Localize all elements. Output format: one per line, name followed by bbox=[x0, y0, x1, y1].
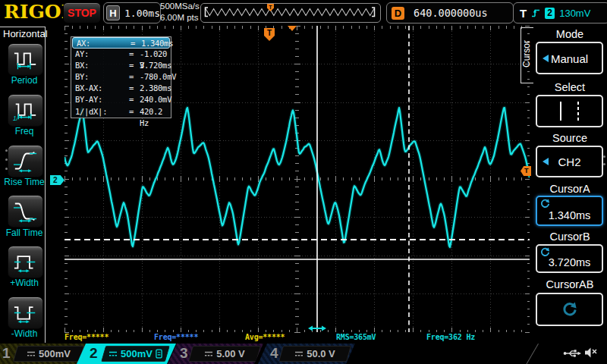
cursor-a-value: 1.340ms bbox=[537, 209, 602, 221]
period-icon bbox=[11, 48, 39, 71]
readout-value: 2.380ms bbox=[140, 83, 171, 94]
channel-1-numeral: 1 bbox=[2, 345, 11, 362]
cursor-menu-tab-label: Cursor bbox=[521, 36, 532, 71]
readout-value: -780.0mV bbox=[140, 71, 176, 83]
channel-1-scale: 500mV bbox=[39, 348, 71, 359]
trigger-level-value: 130mV bbox=[559, 8, 590, 19]
rising-edge-icon bbox=[531, 7, 540, 19]
readout-label: AY: bbox=[75, 49, 89, 60]
rise-time-icon bbox=[11, 149, 39, 173]
waveform-preview-bar: T bbox=[200, 3, 381, 23]
record-preview-wave: T bbox=[201, 4, 379, 20]
channel-2-block[interactable]: 2 500mV bbox=[77, 344, 177, 364]
readout-label: BX-AX: bbox=[75, 83, 102, 94]
readout-eq: = bbox=[129, 49, 134, 60]
plus-width-icon bbox=[11, 250, 39, 274]
readout-row-by: BY: = -780.0mV bbox=[71, 71, 171, 83]
channel-2-scale-chip: 500mV bbox=[101, 346, 170, 362]
softkey-freq[interactable]: 1/ bbox=[8, 94, 43, 127]
readout-row-ax: AX: = 1.340ms bbox=[72, 37, 170, 49]
readout-label: BX: bbox=[75, 60, 89, 71]
svg-text:T: T bbox=[269, 5, 272, 10]
readout-eq: = bbox=[131, 38, 135, 49]
select-label: Select bbox=[536, 81, 604, 93]
trigger-source-chip: 2 bbox=[545, 8, 555, 19]
usb-icon bbox=[563, 348, 581, 359]
softkey-rise-time-label: Rise Time bbox=[0, 177, 49, 187]
speaker-muted-icon bbox=[584, 347, 598, 359]
cursor-readout-box: AX: = 1.340ms AY: = -1.020 V BX: = 3.720… bbox=[71, 36, 171, 118]
dc-coupling-icon bbox=[27, 350, 36, 357]
channel-status-bar: 1 500mV 2 500mV bbox=[0, 344, 607, 364]
measurement-freq-2: Freq=***** bbox=[154, 333, 198, 341]
channel-3-numeral: 3 bbox=[180, 345, 188, 362]
mode-softkey[interactable]: Manual bbox=[536, 42, 603, 74]
cursor-a-softkey[interactable]: 1.340ms bbox=[536, 196, 603, 226]
readout-eq: = bbox=[129, 94, 134, 105]
svg-text:T: T bbox=[267, 29, 272, 37]
source-label: Source bbox=[536, 132, 604, 144]
readout-eq: = bbox=[129, 60, 134, 71]
softkey-fall-time-label: Fall Time bbox=[0, 228, 49, 238]
readout-value: 240.0mV bbox=[140, 94, 171, 105]
readout-label: BY: bbox=[75, 71, 89, 83]
channel-1-scale-chip: 500mV bbox=[13, 346, 84, 362]
freq-icon: 1/ bbox=[11, 99, 39, 122]
softkey-minus-width[interactable] bbox=[8, 297, 43, 329]
horizontal-scale-readout: H 1.00ms bbox=[103, 2, 161, 24]
fall-time-icon bbox=[11, 199, 39, 223]
channel2-ground-marker[interactable]: 2 bbox=[50, 175, 64, 185]
select-softkey[interactable] bbox=[536, 95, 603, 127]
readout-row-invdx: 1/|dX|: = 420.2 Hz bbox=[71, 106, 171, 118]
readout-value: 420.2 Hz bbox=[140, 106, 171, 129]
softkey-plus-width-label: +Width bbox=[0, 278, 49, 288]
channel-4-numeral: 4 bbox=[270, 345, 278, 362]
oscilloscope-screen: RIGOL STOP H 1.00ms 500MSa/s 6.00M pts T… bbox=[0, 0, 607, 364]
sample-rate: 500MSa/s bbox=[160, 1, 200, 12]
measurement-rms: RMS=365mV bbox=[336, 333, 376, 341]
measurement-freq-ch1: Freq=***** bbox=[64, 333, 109, 341]
cursor-a-label: CursorA bbox=[536, 183, 604, 195]
cursor-drag-handle bbox=[308, 326, 313, 331]
softkey-fall-time[interactable] bbox=[8, 195, 43, 228]
menu-page-dot bbox=[603, 155, 605, 158]
cursor-ab-softkey[interactable] bbox=[536, 293, 603, 326]
readout-row-ay: AY: = -1.020 V bbox=[71, 49, 171, 60]
softkey-plus-width[interactable] bbox=[8, 246, 43, 278]
svg-text:1/: 1/ bbox=[13, 115, 19, 122]
softkey-minus-width-label: -Width bbox=[0, 328, 49, 339]
readout-eq: = bbox=[129, 106, 134, 118]
readout-row-bxax: BX-AX: = 2.380ms bbox=[71, 83, 171, 94]
menu-page-dot bbox=[5, 158, 8, 161]
source-softkey[interactable]: CH2 bbox=[536, 146, 603, 177]
run-state-badge: STOP bbox=[63, 2, 101, 24]
left-menu-title: Horizontal bbox=[3, 28, 48, 39]
dc-coupling-icon bbox=[204, 350, 213, 357]
readout-value: 1.340ms bbox=[141, 38, 173, 49]
horizontal-h-chip: H bbox=[106, 5, 120, 20]
channel-4-scale-chip: 50.0 V bbox=[278, 346, 351, 362]
dc-coupling-icon bbox=[294, 350, 304, 357]
mode-value: Manual bbox=[537, 52, 602, 64]
cursor-b-softkey[interactable]: 3.720ms bbox=[536, 244, 603, 273]
channel-3-block[interactable]: 3 5.00 V bbox=[168, 344, 263, 364]
rotate-knob-icon bbox=[562, 302, 577, 317]
softkey-period[interactable] bbox=[8, 43, 43, 76]
cursor-select-icon bbox=[537, 96, 602, 126]
rotate-knob-icon bbox=[540, 199, 550, 209]
channel-4-block[interactable]: 4 50.0 V bbox=[258, 344, 355, 364]
trigger-t-label: T bbox=[520, 7, 527, 20]
channel-2-numeral: 2 bbox=[90, 345, 98, 362]
readout-value: 3.720ms bbox=[140, 60, 171, 71]
cursor-b-label: CursorB bbox=[536, 231, 604, 243]
memory-depth: 6.00M pts bbox=[160, 12, 200, 24]
readout-label: AX: bbox=[77, 38, 90, 49]
softkey-rise-time[interactable] bbox=[8, 145, 43, 177]
trigger-delay-readout: D 640.000000us bbox=[386, 2, 514, 24]
left-menu-border-top bbox=[0, 27, 46, 27]
cursor-b-value: 3.720ms bbox=[537, 256, 602, 268]
delay-value: 640.000000us bbox=[414, 7, 488, 19]
cursor-ab-label: CursorAB bbox=[536, 278, 604, 290]
readout-row-bx: BX: = 3.720ms bbox=[71, 60, 171, 71]
channel-1-block[interactable]: 1 500mV bbox=[0, 344, 86, 364]
